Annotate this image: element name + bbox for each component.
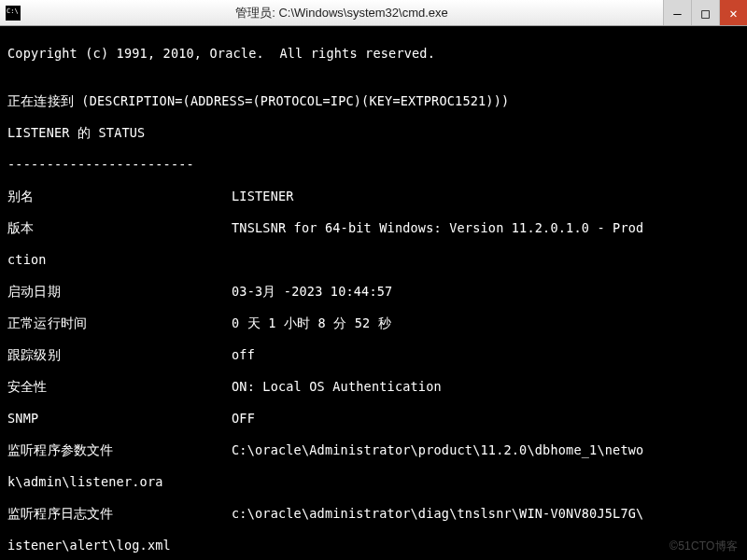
line-divider: ------------------------ [7,157,740,173]
label-start-date: 启动日期 [7,284,232,300]
value-log-file: c:\oracle\administrator\diag\tnslsnr\WIN… [232,506,643,522]
row-uptime: 正常运行时间0 天 1 小时 8 分 52 秒 [7,315,740,331]
line-status-header: LISTENER 的 STATUS [7,125,740,141]
label-param-file: 监听程序参数文件 [7,442,232,458]
label-alias: 别名 [7,189,232,204]
line-param-wrap: k\admin\listener.ora [7,474,740,490]
value-alias: LISTENER [232,189,294,204]
window-buttons: — □ ✕ [663,0,747,25]
label-version: 版本 [7,220,232,236]
value-uptime: 0 天 1 小时 8 分 52 秒 [232,315,391,331]
label-uptime: 正常运行时间 [7,315,232,331]
label-log-file: 监听程序日志文件 [7,506,232,522]
row-snmp: SNMPOFF [7,411,740,427]
close-button[interactable]: ✕ [719,0,747,25]
row-alias: 别名LISTENER [7,189,740,204]
line-copyright: Copyright (c) 1991, 2010, Oracle. All ri… [7,46,740,62]
watermark: ©51CTO博客 [669,539,738,554]
row-trace: 跟踪级别off [7,347,740,363]
window-titlebar: 管理员: C:\Windows\system32\cmd.exe — □ ✕ [0,0,747,26]
label-snmp: SNMP [7,411,232,427]
value-param-file: C:\oracle\Administrator\product\11.2.0\d… [232,442,643,458]
row-security: 安全性ON: Local OS Authentication [7,379,740,395]
line-ction: ction [7,252,740,268]
value-start-date: 03-3月 -2023 10:44:57 [232,284,392,300]
line-log-wrap: istener\alert\log.xml [7,538,740,553]
value-trace: off [232,347,255,363]
label-security: 安全性 [7,379,232,395]
minimize-button[interactable]: — [663,0,691,25]
row-param-file: 监听程序参数文件C:\oracle\Administrator\product\… [7,442,740,458]
line-connect: 正在连接到 (DESCRIPTION=(ADDRESS=(PROTOCOL=IP… [7,93,740,109]
value-snmp: OFF [232,411,255,427]
window-title: 管理员: C:\Windows\system32\cmd.exe [21,5,663,21]
row-version: 版本TNSLSNR for 64-bit Windows: Version 11… [7,220,740,236]
terminal-output[interactable]: Copyright (c) 1991, 2010, Oracle. All ri… [0,26,747,560]
row-log-file: 监听程序日志文件c:\oracle\administrator\diag\tns… [7,506,740,522]
row-start-date: 启动日期03-3月 -2023 10:44:57 [7,284,740,300]
value-version: TNSLSNR for 64-bit Windows: Version 11.2… [232,220,643,236]
label-trace: 跟踪级别 [7,347,232,363]
value-security: ON: Local OS Authentication [232,379,442,395]
cmd-icon [6,6,21,21]
maximize-button[interactable]: □ [691,0,719,25]
